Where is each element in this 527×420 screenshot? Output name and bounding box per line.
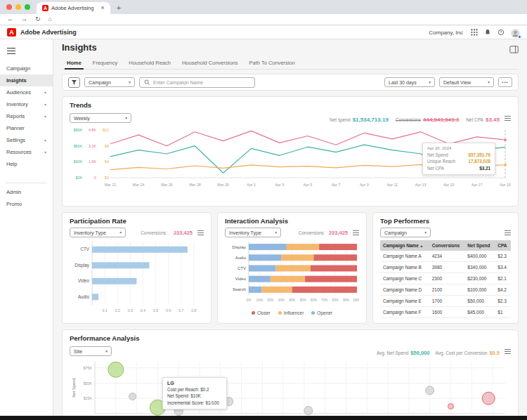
granularity-select[interactable]: Weekly ▾ — [70, 113, 131, 123]
svg-text:Video: Video — [78, 278, 89, 283]
legend-entry-conversions[interactable]: Conversions444,843,843.3 — [396, 117, 459, 123]
bar-video[interactable] — [92, 278, 136, 284]
browser-tab[interactable]: A Adobe Advertising × — [37, 2, 110, 14]
table-row[interactable]: Campaign Name F1600$45,000$1 — [380, 307, 511, 318]
legend-entry-opener[interactable]: Opener — [311, 310, 332, 315]
tab-household-conversions[interactable]: Household Conversions — [177, 58, 243, 69]
sidebar-item-help[interactable]: Help — [0, 158, 53, 170]
stack-segment-opener[interactable] — [249, 244, 287, 250]
sidebar-item-inventory[interactable]: Inventory▾ — [0, 98, 53, 110]
stack-segment-closer[interactable] — [305, 276, 357, 282]
bubble[interactable] — [448, 404, 454, 409]
stack-segment-closer[interactable] — [292, 287, 357, 293]
bubble[interactable] — [426, 386, 434, 395]
column-header-cpa[interactable]: CPA — [495, 240, 511, 251]
svg-text:$90K: $90K — [74, 128, 83, 132]
sidebar-item-resources[interactable]: Resources▾ — [0, 146, 53, 158]
date-range-select[interactable]: Last 30 days ▾ — [384, 77, 435, 87]
bar-ctv[interactable] — [92, 247, 188, 253]
sidebar-item-promo[interactable]: Promo — [0, 198, 53, 210]
help-icon[interactable]: ? — [497, 29, 505, 36]
stack-segment-opener[interactable] — [249, 276, 271, 282]
sidebar-item-settings[interactable]: Settings▾ — [0, 134, 53, 146]
notifications-bell-icon[interactable] — [484, 29, 491, 36]
view-select[interactable]: Default View ▾ — [439, 77, 494, 87]
legend-entry-net-cpa[interactable]: Net CPA$3.45 — [466, 117, 500, 123]
svg-text:0.1: 0.1 — [102, 308, 107, 313]
dimension-select[interactable]: Campaign ▾ — [84, 77, 135, 87]
bar-audio[interactable] — [92, 294, 98, 300]
table-row[interactable]: Campaign Name C2300$230,000$2.1 — [380, 273, 511, 284]
tab-path-to-conversion[interactable]: Path To Conversion — [245, 58, 300, 69]
interaction-inventory-select[interactable]: Inventory Type ▾ — [225, 228, 281, 237]
performance-bubble-chart: $25K$50K$75K$0.1$0.15$0.2$0.25$0.3$0.35$… — [70, 359, 511, 416]
stack-segment-influencer[interactable] — [281, 254, 313, 261]
tab-frequency[interactable]: Frequency — [88, 58, 122, 69]
more-options-button[interactable]: ••• — [498, 77, 512, 87]
performance-menu-icon[interactable] — [505, 349, 511, 354]
stack-segment-opener[interactable] — [249, 254, 281, 261]
svg-text:10%: 10% — [256, 298, 263, 302]
performance-site-select[interactable]: Site ▾ — [70, 346, 112, 356]
stack-segment-closer[interactable] — [311, 265, 357, 272]
legend-entry-closer[interactable]: Closer — [252, 310, 271, 315]
new-tab-button[interactable]: + — [117, 4, 121, 12]
sidebar-item-admin[interactable]: Admin — [0, 186, 53, 198]
stack-segment-influencer[interactable] — [271, 276, 305, 282]
user-avatar[interactable] — [511, 28, 520, 37]
stack-segment-influencer[interactable] — [287, 244, 319, 250]
sidebar-item-label: Resources — [6, 149, 32, 155]
back-icon[interactable]: ← — [7, 16, 13, 22]
column-header-conversions[interactable]: Conversions — [429, 240, 465, 251]
window-minimize-button[interactable] — [15, 4, 21, 10]
bubble[interactable] — [304, 407, 313, 415]
window-zoom-button[interactable] — [25, 4, 30, 10]
column-header-campaign-name[interactable]: Campaign Name ▲ — [380, 240, 429, 251]
stack-segment-influencer[interactable] — [262, 287, 292, 293]
trends-menu-icon[interactable] — [505, 116, 511, 121]
table-row[interactable]: Campaign Name A4234$400,000$2.3 — [380, 251, 511, 262]
forward-icon[interactable]: → — [21, 16, 27, 22]
bubble[interactable] — [129, 393, 136, 400]
stack-segment-influencer[interactable] — [276, 265, 311, 272]
top-performers-menu-icon[interactable] — [505, 230, 511, 235]
sidebar-item-reports[interactable]: Reports▾ — [0, 110, 53, 122]
svg-text:1.6K: 1.6K — [89, 159, 96, 164]
bar-display[interactable] — [92, 262, 150, 268]
sidebar-item-insights[interactable]: Insights — [0, 74, 53, 86]
chevron-down-icon: ▾ — [119, 230, 122, 235]
tab-home[interactable]: Home — [62, 58, 86, 69]
reload-icon[interactable]: ↻ — [35, 16, 41, 22]
home-icon[interactable]: ⌂ — [48, 16, 52, 22]
stack-segment-closer[interactable] — [313, 254, 357, 261]
tab-household-reach[interactable]: Household Reach — [124, 58, 176, 69]
hamburger-menu-icon[interactable] — [0, 41, 53, 63]
table-row[interactable]: Campaign Name E1700$50,000$2.3 — [380, 296, 511, 307]
bubble[interactable] — [108, 362, 124, 377]
sidebar-item-audiences[interactable]: Audiences▾ — [0, 86, 53, 98]
conversions-label: Conversions — [299, 230, 324, 235]
apps-grid-icon[interactable] — [471, 29, 478, 36]
participation-menu-icon[interactable] — [197, 230, 204, 235]
bubble[interactable] — [482, 392, 495, 405]
legend-dot — [252, 311, 255, 315]
table-row[interactable]: Campaign Name B3980$340,000$3.4 — [380, 262, 511, 273]
sidebar-item-label: Insights — [6, 77, 27, 84]
legend-entry-influencer[interactable]: Influencer — [278, 310, 304, 315]
interaction-menu-icon[interactable] — [353, 230, 359, 235]
stack-segment-opener[interactable] — [249, 265, 276, 272]
top-performers-select[interactable]: Campaign ▾ — [380, 228, 431, 237]
legend-entry-net-spend[interactable]: Net spend$1,534,713.19 — [330, 117, 389, 123]
sidebar-item-planner[interactable]: Planner — [0, 122, 53, 134]
search-input[interactable] — [153, 80, 250, 85]
tab-close-icon[interactable]: × — [100, 5, 104, 11]
column-header-net-spend[interactable]: Net Spend — [464, 240, 495, 251]
window-close-button[interactable] — [6, 4, 12, 10]
participation-inventory-select[interactable]: Inventory Type ▾ — [70, 228, 126, 237]
stack-segment-closer[interactable] — [319, 244, 357, 250]
sidebar-item-campaign[interactable]: Campaign — [0, 63, 53, 74]
panel-toggle-button[interactable] — [509, 44, 519, 56]
table-row[interactable]: Campaign Name D2100$100,000$4.2 — [380, 284, 511, 296]
stack-segment-opener[interactable] — [249, 287, 262, 293]
filter-button[interactable] — [68, 77, 80, 88]
